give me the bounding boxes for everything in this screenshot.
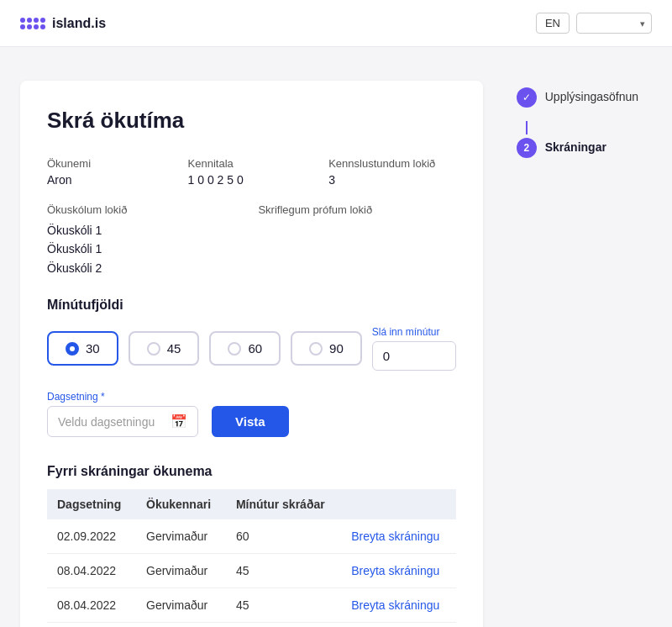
history-title: Fyrri skráningar ökunema (47, 464, 456, 479)
info-grid: Ökunemi Aron Kennitala 1 0 0 2 5 0 Kenns… (47, 157, 456, 187)
sidebar-step-2: 2 Skráningar (517, 138, 668, 158)
custom-minutes-field: Slá inn mínútur (372, 326, 456, 371)
cell-date-0: 02.09.2022 (47, 519, 136, 554)
user-select[interactable] (576, 13, 652, 34)
save-button[interactable]: Vista (212, 406, 289, 437)
edit-link-1[interactable]: Breyta skráningu (351, 564, 439, 577)
step-1-label: Upplýsingasöfnun (545, 87, 638, 103)
sidebar-step-1: ✓ Upplýsingasöfnun (517, 87, 668, 108)
school-item-2: Ökuskóli 1 (47, 240, 244, 258)
date-field: Dagsetning * Veldu dagsetningu 📅 (47, 391, 198, 437)
cell-action-1: Breyta skráningu (341, 554, 456, 588)
okunemi-section: Ökunemi Aron (47, 157, 175, 187)
radio-60[interactable]: 60 (209, 331, 281, 366)
language-button[interactable]: EN (536, 13, 570, 34)
skriflegum-section: Skriflegum prófum lokið (258, 203, 455, 277)
radio-30[interactable]: 30 (47, 331, 118, 366)
cell-minutes-0: 60 (226, 519, 341, 554)
okunemi-value: Aron (47, 173, 175, 187)
radio-inner-30 (70, 346, 75, 351)
sidebar: ✓ Upplýsingasöfnun 2 Skráningar (517, 81, 668, 627)
cell-instructor-1: Gervimaður (136, 554, 226, 588)
step-2-label: Skráningar (545, 138, 606, 154)
radio-circle-45 (147, 342, 160, 356)
cell-instructor-2: Gervimaður (136, 588, 226, 623)
date-save-row: Dagsetning * Veldu dagsetningu 📅 Vista (47, 391, 456, 437)
skriflegum-label: Skriflegum prófum lokið (258, 203, 455, 216)
okuskolum-label: Ökuskólum lokið (47, 203, 244, 216)
cell-date-2: 08.04.2022 (47, 588, 136, 623)
date-input-wrapper[interactable]: Veldu dagsetningu 📅 (47, 406, 198, 437)
custom-minutes-input[interactable] (372, 341, 456, 371)
table-row: 08.04.2022 Gervimaður 45 Breyta skráning… (47, 554, 456, 588)
radio-45[interactable]: 45 (129, 331, 200, 366)
radio-circle-30 (66, 342, 79, 356)
kennitala-label: Kennitala (188, 157, 316, 170)
minutes-section-title: Mínútufjöldi (47, 298, 456, 313)
school-item-3: Ökuskóli 2 (47, 259, 244, 277)
history-table: Dagsetning Ökukennari Mínútur skráðar 02… (47, 489, 456, 623)
cell-action-2: Breyta skráningu (341, 588, 456, 623)
schools-section: Ökuskólum lokið Ökuskóli 1 Ökuskóli 1 Ök… (47, 203, 456, 277)
step-1-indicator: ✓ (517, 87, 537, 108)
cell-instructor-0: Gervimaður (136, 519, 226, 554)
cell-date-1: 08.04.2022 (47, 554, 136, 588)
col-dagsetning: Dagsetning (47, 489, 136, 519)
col-action (341, 489, 456, 519)
kennitala-section: Kennitala 1 0 0 2 5 0 (188, 157, 316, 187)
cell-action-0: Breyta skráningu (341, 519, 456, 554)
header-right: EN (536, 13, 652, 34)
cell-minutes-2: 45 (226, 588, 341, 623)
radio-circle-60 (228, 342, 241, 356)
table-row: 08.04.2022 Gervimaður 45 Breyta skráning… (47, 588, 456, 623)
minutes-group: 30 45 60 90 Slá inn mínútur (47, 326, 456, 371)
radio-90[interactable]: 90 (291, 331, 362, 366)
kennslustundum-section: Kennslustundum lokið 3 (328, 157, 456, 187)
calendar-icon[interactable]: 📅 (171, 414, 187, 429)
step-2-indicator: 2 (517, 138, 537, 158)
user-select-wrapper (576, 13, 652, 34)
okunemi-label: Ökunemi (47, 157, 175, 170)
radio-label-60: 60 (248, 341, 262, 356)
logo-dots-icon (20, 18, 45, 29)
page-title: Skrá ökutíma (47, 108, 456, 134)
date-placeholder: Veldu dagsetningu (58, 415, 171, 429)
history-table-body: 02.09.2022 Gervimaður 60 Breyta skráning… (47, 519, 456, 623)
step-connector (526, 121, 528, 134)
date-label: Dagsetning * (47, 391, 198, 403)
logo-area: island.is (20, 16, 106, 31)
custom-minutes-label: Slá inn mínútur (372, 326, 456, 338)
history-table-head: Dagsetning Ökukennari Mínútur skráðar (47, 489, 456, 519)
col-okukennari: Ökukennari (136, 489, 226, 519)
main-content: Skrá ökutíma Ökunemi Aron Kennitala 1 0 … (20, 81, 483, 627)
main-header: island.is EN (0, 0, 672, 47)
school-item-1: Ökuskóli 1 (47, 221, 244, 240)
okuskolum-section: Ökuskólum lokið Ökuskóli 1 Ökuskóli 1 Ök… (47, 203, 244, 277)
radio-label-90: 90 (329, 341, 344, 356)
radio-label-30: 30 (86, 341, 100, 356)
logo-text: island.is (52, 16, 106, 31)
kennitala-value: 1 0 0 2 5 0 (188, 173, 316, 187)
edit-link-0[interactable]: Breyta skráningu (351, 530, 439, 543)
main-layout: Skrá ökutíma Ökunemi Aron Kennitala 1 0 … (0, 47, 672, 627)
table-row: 02.09.2022 Gervimaður 60 Breyta skráning… (47, 519, 456, 554)
kennslustundum-value: 3 (328, 173, 456, 187)
radio-circle-90 (309, 342, 323, 356)
col-minutur: Mínútur skráðar (226, 489, 341, 519)
kennslustundum-label: Kennslustundum lokið (328, 157, 456, 170)
cell-minutes-1: 45 (226, 554, 341, 588)
radio-label-45: 45 (167, 341, 181, 356)
edit-link-2[interactable]: Breyta skráningu (351, 598, 439, 612)
